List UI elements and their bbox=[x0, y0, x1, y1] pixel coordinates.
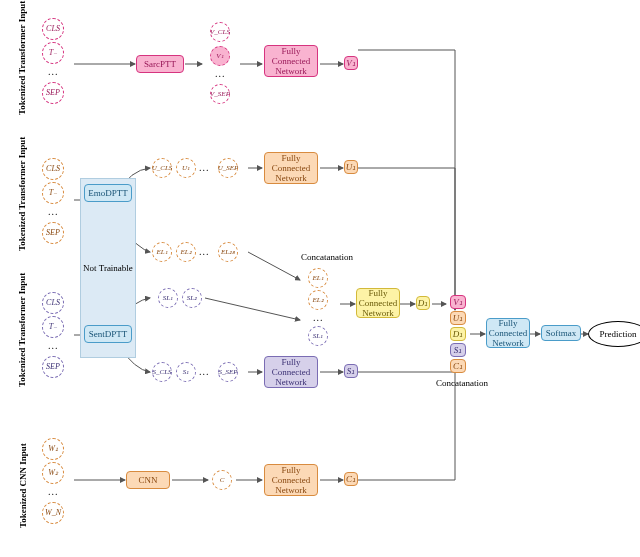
emo-token-dots: ... bbox=[48, 206, 59, 217]
emo-el-dots: ... bbox=[199, 246, 210, 257]
sent-sl1: SL₁ bbox=[158, 288, 178, 308]
sarc-fcn: Fully Connected Network bbox=[264, 45, 318, 77]
sarc-seq-vsep: V_SEP bbox=[210, 84, 230, 104]
sent-s-dots: ... bbox=[199, 366, 210, 377]
final-v1: V₁ bbox=[450, 295, 466, 309]
emo-token-cls: CLS bbox=[42, 158, 64, 180]
emo-input-label: Tokenized Transformer Input bbox=[17, 151, 27, 251]
sent-token-sep: SEP bbox=[42, 356, 64, 378]
emo-u-dots: ... bbox=[199, 162, 210, 173]
emo-el2: EL₂ bbox=[176, 242, 196, 262]
cnn-wn: W_N bbox=[42, 502, 64, 524]
sarc-token-t: T₋ bbox=[42, 42, 64, 64]
final-u1: U₁ bbox=[450, 311, 466, 325]
emo-u-cls: U_CLS bbox=[152, 158, 172, 178]
concat-fcn: Fully Connected Network bbox=[356, 288, 400, 318]
emo-el28: EL₂₈ bbox=[218, 242, 238, 262]
prediction-label: Prediction bbox=[600, 329, 637, 339]
final-concat-label: Concatanation bbox=[432, 378, 492, 388]
concat-el2: EL₂ bbox=[308, 290, 328, 310]
cnn-w1: W₁ bbox=[42, 438, 64, 460]
emo-u1: U₁ bbox=[176, 158, 196, 178]
cnn-input-label: Tokenized CNN Input bbox=[18, 438, 28, 528]
emo-fcn-top: Fully Connected Network bbox=[264, 152, 318, 184]
sarc-seq-v1: V₁ bbox=[210, 46, 230, 66]
emo-token-sep: SEP bbox=[42, 222, 64, 244]
emo-el1: EL₁ bbox=[152, 242, 172, 262]
emo-u-sep: U_SEP bbox=[218, 158, 238, 178]
sarc-out-v1: V₁ bbox=[344, 56, 358, 70]
concat-el1: EL₁ bbox=[308, 268, 328, 288]
softmax-block: Softmax bbox=[541, 325, 581, 341]
architecture-diagram: Tokenized Transformer Input CLS T₋ ... S… bbox=[0, 0, 640, 557]
concat-out-d1: D₁ bbox=[416, 296, 430, 310]
cnn-c: C bbox=[212, 470, 232, 490]
final-d1: D₁ bbox=[450, 327, 466, 341]
sent-token-dots: ... bbox=[48, 340, 59, 351]
emodptt-block: EmoDPTT bbox=[84, 184, 132, 202]
sent-out-s1: S₁ bbox=[344, 364, 358, 378]
final-fcn: Fully Connected Network bbox=[486, 318, 530, 348]
sent-s1: S₁ bbox=[176, 362, 196, 382]
sent-fcn-bot: Fully Connected Network bbox=[264, 356, 318, 388]
concat-dots: ... bbox=[313, 312, 324, 323]
final-c1: C₁ bbox=[450, 359, 466, 373]
sarc-token-cls: CLS bbox=[42, 18, 64, 40]
cnn-fcn: Fully Connected Network bbox=[264, 464, 318, 496]
concat-sl1: SL₁ bbox=[308, 326, 328, 346]
cnn-out-c1: C₁ bbox=[344, 472, 358, 486]
sent-s-cls: S_CLS bbox=[152, 362, 172, 382]
cnn-w2: W₂ bbox=[42, 462, 64, 484]
prediction-node: Prediction bbox=[588, 321, 640, 347]
sent-sl2: SL₂ bbox=[182, 288, 202, 308]
not-trainable-label: Not Trainable bbox=[80, 263, 136, 273]
cnn-block: CNN bbox=[126, 471, 170, 489]
sent-input-label: Tokenized Transformer Input bbox=[17, 287, 27, 387]
concat-mid-label: Concatanation bbox=[292, 252, 362, 262]
emo-token-t: T₋ bbox=[42, 182, 64, 204]
sentdptt-block: SentDPTT bbox=[84, 325, 132, 343]
cnn-w-dots: ... bbox=[48, 486, 59, 497]
sent-s-sep: S_SEP bbox=[218, 362, 238, 382]
sent-token-cls: CLS bbox=[42, 292, 64, 314]
final-s1: S₁ bbox=[450, 343, 466, 357]
sarc-input-label: Tokenized Transformer Input bbox=[17, 15, 27, 115]
sarc-token-dots: ... bbox=[48, 66, 59, 77]
sarcptt-block: SarcPTT bbox=[136, 55, 184, 73]
sarc-seq-vcls: V_CLS bbox=[210, 22, 230, 42]
sarc-seq-dots: ... bbox=[215, 68, 226, 79]
emo-out-u1: U₁ bbox=[344, 160, 358, 174]
sarc-token-sep: SEP bbox=[42, 82, 64, 104]
sent-token-t: T₋ bbox=[42, 316, 64, 338]
